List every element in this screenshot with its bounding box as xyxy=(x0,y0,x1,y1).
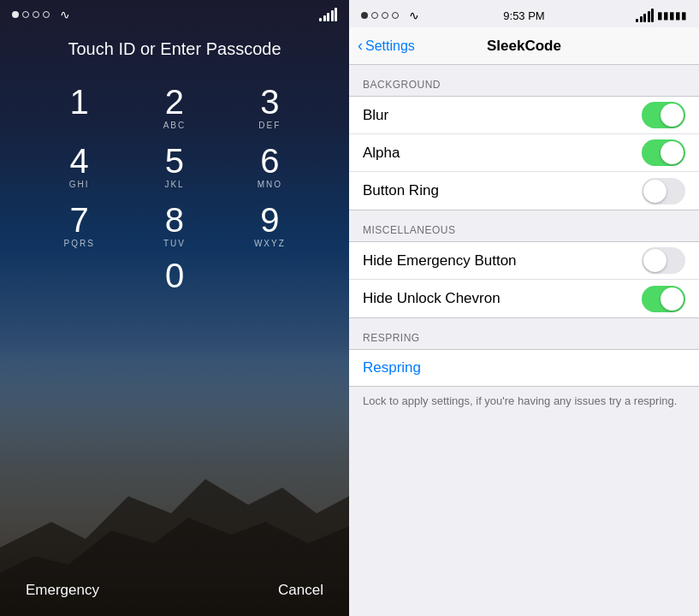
key-4[interactable]: 4 GHI xyxy=(38,144,121,191)
back-button[interactable]: ‹ Settings xyxy=(358,37,415,55)
settings-dot-3 xyxy=(382,12,388,19)
misc-group: Hide Emergency Button Hide Unlock Chevro… xyxy=(349,241,699,318)
key-2-letters: ABC xyxy=(163,121,187,132)
key-5[interactable]: 5 JKL xyxy=(133,144,216,191)
hide-chevron-row: Hide Unlock Chevron xyxy=(349,280,699,317)
lock-screen: ∿ Touch ID or Enter Passcode 1 2 ABC 3 D… xyxy=(0,0,349,616)
respring-section-header: RESPRING xyxy=(349,318,699,349)
key-9-num: 9 xyxy=(260,203,279,237)
key-8[interactable]: 8 TUV xyxy=(133,203,216,250)
background-section-header: BACKGROUND xyxy=(349,65,699,96)
respring-button[interactable]: Respring xyxy=(349,349,699,387)
lock-signal-dots: ∿ xyxy=(12,7,70,22)
settings-battery-area: ▮▮▮▮▮ xyxy=(636,9,687,22)
emergency-button[interactable]: Emergency xyxy=(26,582,99,599)
battery-icon: ▮▮▮▮▮ xyxy=(657,9,687,21)
lock-status-bar: ∿ xyxy=(0,0,349,26)
cancel-button[interactable]: Cancel xyxy=(278,582,323,599)
key-9-letters: WXYZ xyxy=(254,239,286,250)
settings-signal: ∿ xyxy=(361,8,419,23)
settings-dot-2 xyxy=(371,12,378,19)
lock-carrier-signal xyxy=(319,8,337,21)
key-1[interactable]: 1 xyxy=(38,85,121,132)
hide-emergency-label: Hide Emergency Button xyxy=(363,252,517,270)
respring-note: Lock to apply settings, if you're having… xyxy=(349,387,699,419)
nav-bar: ‹ Settings SleekCode xyxy=(349,27,699,65)
key-3-num: 3 xyxy=(260,85,279,119)
status-time: 9:53 PM xyxy=(503,9,544,22)
alpha-row: Alpha xyxy=(349,134,699,172)
settings-status-bar: ∿ 9:53 PM ▮▮▮▮▮ xyxy=(349,0,699,27)
key-5-letters: JKL xyxy=(164,180,184,191)
hide-emergency-row: Hide Emergency Button xyxy=(349,242,699,280)
blur-toggle-thumb xyxy=(660,104,684,127)
key-2[interactable]: 2 ABC xyxy=(133,85,216,132)
key-0-row: 0 xyxy=(165,258,184,305)
key-8-letters: TUV xyxy=(163,239,186,250)
hide-chevron-label: Hide Unlock Chevron xyxy=(363,290,501,307)
button-ring-row: Button Ring xyxy=(349,172,699,210)
button-ring-toggle-thumb xyxy=(643,180,666,203)
alpha-label: Alpha xyxy=(363,145,400,162)
hide-chevron-toggle-thumb xyxy=(660,287,684,311)
alpha-toggle[interactable] xyxy=(642,139,685,166)
button-ring-toggle[interactable] xyxy=(642,178,685,204)
key-3[interactable]: 3 DEF xyxy=(228,85,311,132)
signal-dot-4 xyxy=(43,11,50,18)
key-7-letters: PQRS xyxy=(63,239,94,250)
settings-wifi-icon: ∿ xyxy=(409,9,419,22)
key-7[interactable]: 7 PQRS xyxy=(38,203,121,250)
key-0-num: 0 xyxy=(165,258,184,293)
settings-dot-4 xyxy=(392,12,399,19)
key-7-num: 7 xyxy=(70,203,89,237)
blur-toggle[interactable] xyxy=(642,102,685,128)
key-6-letters: MNO xyxy=(258,180,282,191)
hide-emergency-toggle[interactable] xyxy=(642,247,685,274)
key-5-num: 5 xyxy=(165,144,184,178)
back-label: Settings xyxy=(365,38,415,54)
lock-bottom-bar: Emergency Cancel xyxy=(0,582,349,599)
key-4-num: 4 xyxy=(70,144,89,178)
button-ring-label: Button Ring xyxy=(363,182,439,199)
alpha-toggle-thumb xyxy=(660,141,684,164)
signal-dot-3 xyxy=(33,11,39,18)
key-3-letters: DEF xyxy=(258,121,281,132)
misc-section-header: MISCELLANEOUS xyxy=(349,210,699,241)
settings-content: BACKGROUND Blur Alpha Button Ring xyxy=(349,65,699,616)
settings-dot-1 xyxy=(361,12,368,19)
background-group: Blur Alpha Button Ring xyxy=(349,96,699,210)
key-6-num: 6 xyxy=(260,144,279,178)
blur-label: Blur xyxy=(363,107,388,124)
page-title: SleekCode xyxy=(487,38,561,55)
signal-dot-1 xyxy=(12,11,19,18)
key-8-num: 8 xyxy=(165,203,184,237)
signal-dot-2 xyxy=(22,11,29,18)
key-2-num: 2 xyxy=(165,85,184,119)
key-1-num: 1 xyxy=(70,85,89,119)
blur-row: Blur xyxy=(349,97,699,134)
lock-screen-title: Touch ID or Enter Passcode xyxy=(68,39,281,59)
hide-emergency-toggle-thumb xyxy=(643,249,666,272)
settings-panel: ∿ 9:53 PM ▮▮▮▮▮ ‹ Settings SleekCode BAC… xyxy=(349,0,699,616)
back-chevron-icon: ‹ xyxy=(358,37,363,55)
hide-chevron-toggle[interactable] xyxy=(642,286,685,312)
key-4-letters: GHI xyxy=(69,180,90,191)
key-0[interactable]: 0 xyxy=(165,258,184,305)
keypad: 1 2 ABC 3 DEF 4 GHI 5 JKL 6 MNO 7 PQRS 8 xyxy=(38,85,311,250)
carrier-signal-bars xyxy=(636,9,654,22)
wifi-icon: ∿ xyxy=(60,8,70,21)
key-6[interactable]: 6 MNO xyxy=(228,144,311,191)
key-9[interactable]: 9 WXYZ xyxy=(228,203,311,250)
